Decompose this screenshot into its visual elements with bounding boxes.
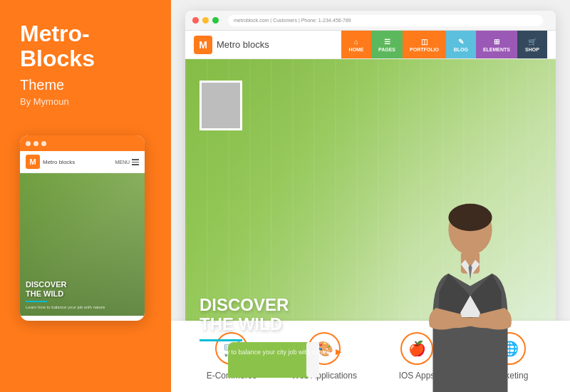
- nav-blog[interactable]: ✎ BLOG: [446, 31, 476, 58]
- address-text: metroblock.com | Customers | Phone: 1-23…: [234, 18, 351, 23]
- hero-arrow-icon: ▶: [336, 347, 341, 356]
- nav-pages[interactable]: ☰ PAGES: [371, 31, 403, 58]
- mobile-menu: MENU: [115, 159, 139, 165]
- mobile-hero-text: DISCOVERTHE WILD Learn how to balance yo…: [26, 280, 105, 311]
- mobile-top-bar: [20, 135, 145, 151]
- hamburger-icon: [132, 159, 139, 165]
- elements-icon: ⊞: [494, 38, 499, 46]
- portfolio-icon: ◫: [421, 38, 428, 46]
- hero-title: DISCOVER THE WILD: [200, 296, 341, 334]
- mobile-hero-divider: [26, 301, 47, 302]
- mobile-dot-3: [41, 141, 46, 146]
- mobile-dot-2: [33, 141, 38, 146]
- mobile-hero-sub: Learn how to balance your job with natur…: [26, 304, 105, 310]
- hero-person: [399, 192, 542, 392]
- brand-subtitle: Theme: [20, 77, 151, 93]
- browser-window: metroblock.com | Customers | Phone: 1-23…: [185, 11, 556, 392]
- mobile-hero: DISCOVERTHE WILD Learn how to balance yo…: [20, 173, 145, 316]
- hero-divider: [200, 339, 242, 341]
- browser-minimize-dot: [202, 17, 209, 24]
- right-panel: metroblock.com | Customers | Phone: 1-23…: [171, 0, 570, 392]
- mobile-dot-1: [26, 141, 31, 146]
- site-logo: M: [194, 36, 212, 54]
- site-name: Metro blocks: [217, 39, 269, 50]
- hero-section: DISCOVER THE WILD Learn how to balance y…: [185, 59, 556, 392]
- frame-decoration: [200, 81, 242, 130]
- home-icon: ⌂: [354, 38, 358, 46]
- shop-icon: 🛒: [528, 38, 537, 46]
- mobile-hero-title: DISCOVERTHE WILD: [26, 280, 105, 299]
- left-panel: Metro-Blocks Theme By Mymoun M Metro blo…: [0, 0, 171, 392]
- nav-portfolio[interactable]: ◫ PORTFOLIO: [403, 31, 446, 58]
- blog-icon: ✎: [458, 38, 464, 46]
- mobile-mockup: M Metro blocks MENU DISCOVERTHE WILD Lea…: [20, 135, 145, 321]
- address-bar[interactable]: metroblock.com | Customers | Phone: 1-23…: [228, 15, 543, 26]
- nav-home[interactable]: ⌂ HOME: [341, 31, 371, 58]
- brand-author: By Mymoun: [20, 96, 151, 107]
- hero-subtitle: Learn how to balance your city job with …: [200, 347, 341, 356]
- mobile-brand-name: Metro blocks: [43, 159, 75, 165]
- mobile-logo: M: [26, 155, 40, 169]
- browser-maximize-dot: [212, 17, 219, 24]
- mobile-header: M Metro blocks MENU: [20, 151, 145, 173]
- pages-icon: ☰: [384, 38, 390, 46]
- site-nav: M Metro blocks ⌂ HOME ☰ PAGES ◫ PORTFOLI…: [185, 31, 556, 59]
- browser-close-dot: [192, 17, 199, 24]
- hero-content: DISCOVER THE WILD Learn how to balance y…: [200, 296, 341, 356]
- brand-title: Metro-Blocks: [20, 21, 151, 71]
- nav-elements[interactable]: ⊞ ELEMENTS: [476, 31, 517, 58]
- nav-items: ⌂ HOME ☰ PAGES ◫ PORTFOLIO ✎ BLOG ⊞ EL: [341, 31, 547, 58]
- svg-point-1: [448, 204, 492, 232]
- browser-chrome: metroblock.com | Customers | Phone: 1-23…: [185, 11, 556, 31]
- nav-shop[interactable]: 🛒 SHOP: [517, 31, 547, 58]
